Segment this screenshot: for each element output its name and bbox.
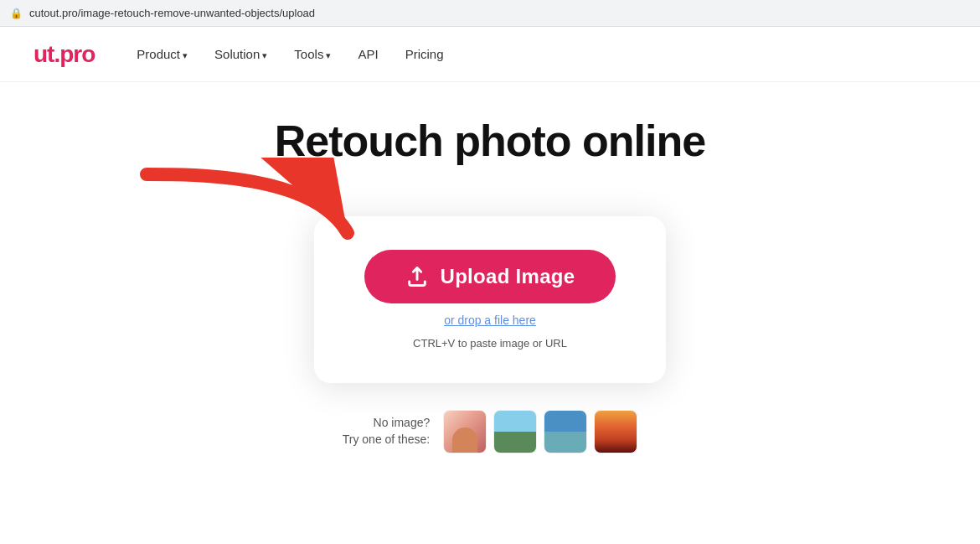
arrow-container — [130, 158, 381, 258]
arrow-icon — [130, 158, 381, 258]
sample-image-2[interactable] — [493, 410, 537, 453]
nav-link-tools[interactable]: Tools — [294, 47, 331, 61]
nav-item-api[interactable]: API — [358, 47, 378, 62]
nav-item-pricing[interactable]: Pricing — [405, 47, 444, 62]
sample-images — [443, 410, 637, 453]
upload-icon — [405, 265, 429, 288]
navbar: ut.pro Product Solution Tools API Pricin… — [0, 27, 980, 82]
paste-text: CTRL+V to paste image or URL — [413, 337, 567, 350]
sample-image-1[interactable] — [443, 410, 487, 453]
nav-links: Product Solution Tools API Pricing — [137, 47, 443, 62]
nav-item-solution[interactable]: Solution — [214, 47, 267, 62]
nav-link-pricing[interactable]: Pricing — [405, 47, 444, 61]
upload-section: Upload Image or drop a file here CTRL+V … — [314, 216, 666, 453]
sample-label-line2: Try one of these: — [343, 433, 431, 446]
upload-button-label: Upload Image — [441, 265, 575, 288]
sample-section: No image? Try one of these: — [343, 410, 638, 453]
sample-image-3[interactable] — [544, 410, 587, 453]
lock-icon: 🔒 — [10, 8, 23, 19]
browser-bar: 🔒 cutout.pro/image-retouch-remove-unwant… — [0, 0, 980, 27]
upload-button[interactable]: Upload Image — [364, 250, 616, 303]
browser-url: cutout.pro/image-retouch-remove-unwanted… — [29, 7, 970, 19]
logo[interactable]: ut.pro — [34, 41, 95, 68]
sample-label-line1: No image? — [374, 416, 431, 429]
sample-image-4[interactable] — [594, 410, 637, 453]
nav-item-tools[interactable]: Tools — [294, 47, 331, 62]
nav-link-api[interactable]: API — [358, 47, 378, 61]
nav-link-product[interactable]: Product — [137, 47, 188, 61]
main-content: Retouch photo online Upload Im — [0, 82, 980, 453]
sample-label: No image? Try one of these: — [343, 415, 431, 448]
nav-item-product[interactable]: Product — [137, 47, 188, 62]
logo-text: ut.pro — [34, 41, 95, 67]
nav-link-solution[interactable]: Solution — [214, 47, 267, 61]
drop-file-text[interactable]: or drop a file here — [444, 313, 536, 327]
